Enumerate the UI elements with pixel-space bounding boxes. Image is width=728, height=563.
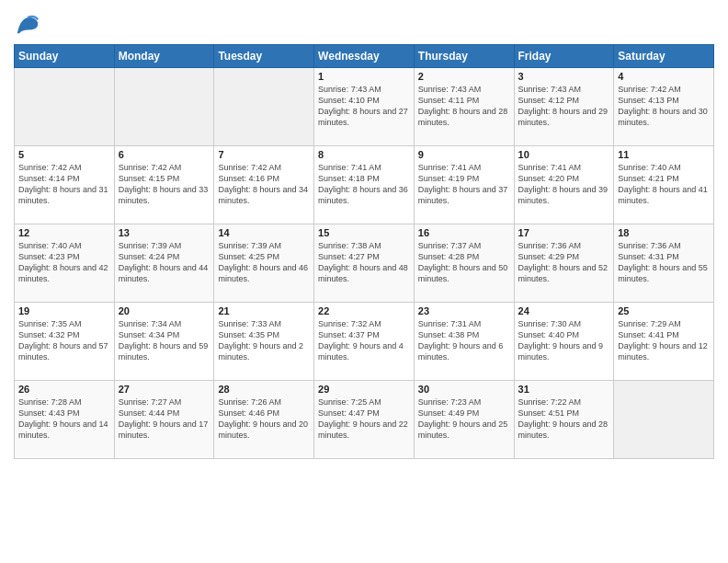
day-number: 15: [318, 227, 410, 238]
day-info: Sunrise: 7:34 AM Sunset: 4:34 PM Dayligh…: [119, 318, 210, 363]
day-cell: 17Sunrise: 7:36 AM Sunset: 4:29 PM Dayli…: [514, 224, 614, 303]
day-cell: [114, 68, 214, 146]
day-number: 24: [518, 305, 610, 316]
day-number: 13: [119, 227, 210, 238]
day-cell: 8Sunrise: 7:41 AM Sunset: 4:18 PM Daylig…: [314, 146, 415, 224]
day-info: Sunrise: 7:30 AM Sunset: 4:40 PM Dayligh…: [518, 318, 610, 363]
day-info: Sunrise: 7:42 AM Sunset: 4:15 PM Dayligh…: [119, 162, 210, 207]
day-cell: 9Sunrise: 7:41 AM Sunset: 4:19 PM Daylig…: [414, 146, 514, 224]
day-number: 28: [218, 384, 310, 395]
day-cell: 30Sunrise: 7:23 AM Sunset: 4:49 PM Dayli…: [414, 381, 514, 459]
day-cell: 18Sunrise: 7:36 AM Sunset: 4:31 PM Dayli…: [614, 224, 714, 303]
day-number: 27: [119, 384, 210, 395]
day-info: Sunrise: 7:41 AM Sunset: 4:18 PM Dayligh…: [318, 162, 410, 207]
day-cell: 6Sunrise: 7:42 AM Sunset: 4:15 PM Daylig…: [114, 146, 214, 224]
day-cell: 25Sunrise: 7:29 AM Sunset: 4:41 PM Dayli…: [614, 303, 714, 381]
day-info: Sunrise: 7:33 AM Sunset: 4:35 PM Dayligh…: [218, 318, 310, 363]
day-cell: 27Sunrise: 7:27 AM Sunset: 4:44 PM Dayli…: [114, 381, 214, 459]
day-cell: 12Sunrise: 7:40 AM Sunset: 4:23 PM Dayli…: [15, 224, 115, 303]
day-info: Sunrise: 7:43 AM Sunset: 4:11 PM Dayligh…: [418, 84, 510, 129]
day-number: 4: [618, 71, 710, 82]
day-info: Sunrise: 7:28 AM Sunset: 4:43 PM Dayligh…: [18, 396, 110, 442]
day-cell: 5Sunrise: 7:42 AM Sunset: 4:14 PM Daylig…: [15, 146, 115, 224]
day-cell: 21Sunrise: 7:33 AM Sunset: 4:35 PM Dayli…: [214, 303, 314, 381]
day-info: Sunrise: 7:39 AM Sunset: 4:25 PM Dayligh…: [218, 240, 310, 285]
weekday-header-wednesday: Wednesday: [314, 45, 415, 68]
day-number: 16: [418, 227, 510, 238]
day-cell: 22Sunrise: 7:32 AM Sunset: 4:37 PM Dayli…: [314, 303, 415, 381]
day-cell: 28Sunrise: 7:26 AM Sunset: 4:46 PM Dayli…: [214, 381, 314, 459]
day-cell: 26Sunrise: 7:28 AM Sunset: 4:43 PM Dayli…: [15, 381, 115, 459]
day-info: Sunrise: 7:42 AM Sunset: 4:16 PM Dayligh…: [218, 162, 310, 207]
day-number: 17: [518, 227, 610, 238]
header: [14, 9, 714, 37]
day-info: Sunrise: 7:37 AM Sunset: 4:28 PM Dayligh…: [418, 240, 510, 285]
week-row-2: 5Sunrise: 7:42 AM Sunset: 4:14 PM Daylig…: [15, 146, 714, 224]
day-cell: 29Sunrise: 7:25 AM Sunset: 4:47 PM Dayli…: [314, 381, 415, 459]
day-number: 23: [418, 305, 510, 316]
day-number: 11: [618, 149, 710, 160]
day-cell: 13Sunrise: 7:39 AM Sunset: 4:24 PM Dayli…: [114, 224, 214, 303]
weekday-header-saturday: Saturday: [614, 45, 714, 68]
day-cell: [214, 68, 314, 146]
day-info: Sunrise: 7:25 AM Sunset: 4:47 PM Dayligh…: [318, 396, 410, 442]
weekday-header-sunday: Sunday: [15, 45, 115, 68]
week-row-5: 26Sunrise: 7:28 AM Sunset: 4:43 PM Dayli…: [15, 381, 714, 459]
day-info: Sunrise: 7:26 AM Sunset: 4:46 PM Dayligh…: [218, 396, 310, 442]
day-number: 6: [119, 149, 210, 160]
page: SundayMondayTuesdayWednesdayThursdayFrid…: [0, 0, 728, 563]
day-cell: 1Sunrise: 7:43 AM Sunset: 4:10 PM Daylig…: [314, 68, 415, 146]
day-info: Sunrise: 7:42 AM Sunset: 4:13 PM Dayligh…: [618, 84, 710, 129]
day-info: Sunrise: 7:43 AM Sunset: 4:12 PM Dayligh…: [518, 84, 610, 129]
day-cell: 15Sunrise: 7:38 AM Sunset: 4:27 PM Dayli…: [314, 224, 415, 303]
day-number: 8: [318, 149, 410, 160]
day-number: 9: [418, 149, 510, 160]
day-info: Sunrise: 7:31 AM Sunset: 4:38 PM Dayligh…: [418, 318, 510, 363]
day-info: Sunrise: 7:39 AM Sunset: 4:24 PM Dayligh…: [119, 240, 210, 285]
day-number: 1: [318, 71, 410, 82]
day-info: Sunrise: 7:41 AM Sunset: 4:19 PM Dayligh…: [418, 162, 510, 207]
day-number: 7: [218, 149, 310, 160]
day-number: 29: [318, 384, 410, 395]
day-number: 19: [18, 305, 110, 316]
day-cell: [614, 381, 714, 459]
day-cell: 24Sunrise: 7:30 AM Sunset: 4:40 PM Dayli…: [514, 303, 614, 381]
week-row-4: 19Sunrise: 7:35 AM Sunset: 4:32 PM Dayli…: [15, 303, 714, 381]
day-cell: 10Sunrise: 7:41 AM Sunset: 4:20 PM Dayli…: [514, 146, 614, 224]
day-cell: 23Sunrise: 7:31 AM Sunset: 4:38 PM Dayli…: [414, 303, 514, 381]
logo-icon: [14, 9, 41, 37]
day-cell: 31Sunrise: 7:22 AM Sunset: 4:51 PM Dayli…: [514, 381, 614, 459]
day-number: 5: [18, 149, 110, 160]
day-cell: 11Sunrise: 7:40 AM Sunset: 4:21 PM Dayli…: [614, 146, 714, 224]
weekday-header-thursday: Thursday: [414, 45, 514, 68]
day-cell: 20Sunrise: 7:34 AM Sunset: 4:34 PM Dayli…: [114, 303, 214, 381]
calendar: SundayMondayTuesdayWednesdayThursdayFrid…: [14, 44, 714, 459]
day-number: 31: [518, 384, 610, 395]
day-number: 22: [318, 305, 410, 316]
day-number: 14: [218, 227, 310, 238]
day-cell: 14Sunrise: 7:39 AM Sunset: 4:25 PM Dayli…: [214, 224, 314, 303]
day-number: 12: [18, 227, 110, 238]
weekday-header-tuesday: Tuesday: [214, 45, 314, 68]
day-cell: 7Sunrise: 7:42 AM Sunset: 4:16 PM Daylig…: [214, 146, 314, 224]
weekday-header-row: SundayMondayTuesdayWednesdayThursdayFrid…: [15, 45, 714, 68]
day-cell: 16Sunrise: 7:37 AM Sunset: 4:28 PM Dayli…: [414, 224, 514, 303]
day-info: Sunrise: 7:38 AM Sunset: 4:27 PM Dayligh…: [318, 240, 410, 285]
day-number: 20: [119, 305, 210, 316]
day-cell: 4Sunrise: 7:42 AM Sunset: 4:13 PM Daylig…: [614, 68, 714, 146]
day-cell: 2Sunrise: 7:43 AM Sunset: 4:11 PM Daylig…: [414, 68, 514, 146]
day-cell: 19Sunrise: 7:35 AM Sunset: 4:32 PM Dayli…: [15, 303, 115, 381]
day-info: Sunrise: 7:40 AM Sunset: 4:21 PM Dayligh…: [618, 162, 710, 207]
day-cell: [15, 68, 115, 146]
day-number: 10: [518, 149, 610, 160]
day-info: Sunrise: 7:40 AM Sunset: 4:23 PM Dayligh…: [18, 240, 110, 285]
day-info: Sunrise: 7:43 AM Sunset: 4:10 PM Dayligh…: [318, 84, 410, 129]
day-number: 21: [218, 305, 310, 316]
day-info: Sunrise: 7:41 AM Sunset: 4:20 PM Dayligh…: [518, 162, 610, 207]
day-info: Sunrise: 7:35 AM Sunset: 4:32 PM Dayligh…: [18, 318, 110, 363]
day-info: Sunrise: 7:27 AM Sunset: 4:44 PM Dayligh…: [119, 396, 210, 442]
week-row-1: 1Sunrise: 7:43 AM Sunset: 4:10 PM Daylig…: [15, 68, 714, 146]
day-number: 18: [618, 227, 710, 238]
day-number: 26: [18, 384, 110, 395]
day-number: 30: [418, 384, 510, 395]
